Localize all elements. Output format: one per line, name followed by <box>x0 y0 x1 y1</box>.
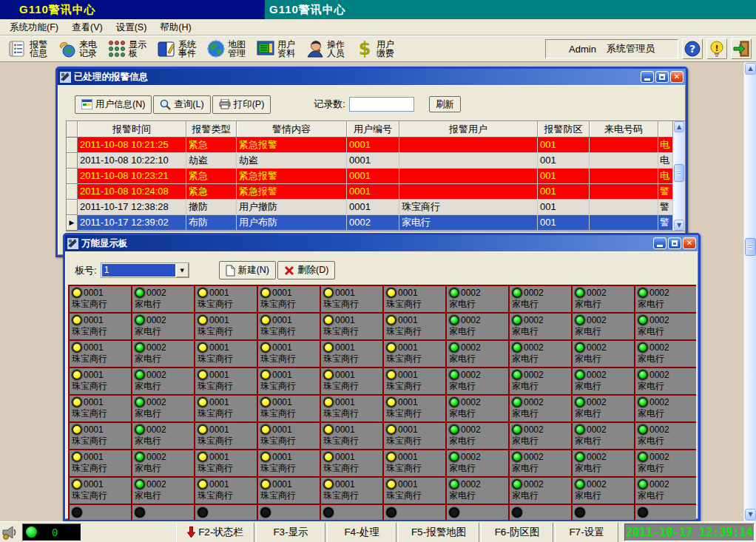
display-cell-empty[interactable] <box>447 505 510 520</box>
display-board-button[interactable]: 显示板 <box>104 38 150 60</box>
column-header[interactable]: 报警防区 <box>538 121 590 138</box>
minimize-button[interactable] <box>653 237 666 249</box>
display-cell[interactable]: 0001珠宝商行 <box>70 286 132 314</box>
workspace-scrollbar-thumb[interactable] <box>745 238 756 256</box>
display-cell-empty[interactable] <box>573 505 635 520</box>
alarm-row[interactable]: 2011-10-08 10:22:10劫盗劫盗0001001电 <box>67 153 673 169</box>
display-cell[interactable]: 0002家电行 <box>573 341 635 368</box>
display-cell[interactable]: 0002家电行 <box>635 314 696 341</box>
display-cell[interactable]: 0002家电行 <box>447 341 510 368</box>
display-cell[interactable]: 0001珠宝商行 <box>384 314 447 341</box>
display-cell[interactable]: 0001珠宝商行 <box>195 314 258 341</box>
column-header[interactable]: 用户编号 <box>347 121 399 138</box>
display-cell[interactable]: 0002家电行 <box>573 396 635 423</box>
display-cell[interactable]: 0001珠宝商行 <box>321 478 384 505</box>
query-button[interactable]: 查询(L) <box>153 95 210 114</box>
display-cell[interactable]: 0001珠宝商行 <box>195 450 258 478</box>
display-cell[interactable]: 0002家电行 <box>132 341 195 368</box>
menu-item-settings[interactable]: 设置(S) <box>109 20 154 35</box>
column-header[interactable]: 报警用户 <box>399 121 538 138</box>
display-cell[interactable]: 0001珠宝商行 <box>258 314 321 341</box>
table-scrollbar[interactable]: ▲ ▼ <box>673 121 685 231</box>
display-cell[interactable]: 0002家电行 <box>132 368 195 396</box>
display-cell[interactable]: 0001珠宝商行 <box>195 478 258 505</box>
display-cell[interactable]: 0002家电行 <box>573 286 635 314</box>
display-cell-empty[interactable] <box>132 505 195 520</box>
new-board-button[interactable]: 新建(N) <box>219 261 276 280</box>
display-cell[interactable]: 0002家电行 <box>510 450 573 478</box>
display-cell[interactable]: 0001珠宝商行 <box>195 341 258 368</box>
display-cell[interactable]: 0002家电行 <box>447 286 510 314</box>
workspace-scrollbar[interactable]: ▲ ▼ <box>743 62 756 521</box>
display-cell-empty[interactable] <box>384 505 447 520</box>
alarm-row[interactable]: 2011-10-08 10:23:21紧急紧急报警0001001电 <box>67 169 673 184</box>
alarm-row[interactable]: 2011-10-17 12:38:28撤防用户撤防0001珠宝商行001警 <box>67 200 673 215</box>
display-cell-empty[interactable] <box>258 505 321 520</box>
scroll-down-icon[interactable]: ▼ <box>674 220 684 231</box>
scroll-down-icon[interactable]: ▼ <box>745 509 756 521</box>
display-cell[interactable]: 0002家电行 <box>447 450 510 478</box>
print-button[interactable]: 打印(P) <box>212 95 271 114</box>
display-cell[interactable]: 0001珠宝商行 <box>195 396 258 423</box>
display-cell[interactable]: 0002家电行 <box>635 423 696 450</box>
display-cell[interactable]: 0002家电行 <box>132 286 195 314</box>
menu-item-help[interactable]: 帮助(H) <box>153 20 198 35</box>
display-cell[interactable]: 0001珠宝商行 <box>258 478 321 505</box>
delete-board-button[interactable]: 删除(D) <box>277 261 335 280</box>
refresh-button[interactable]: 刷新 <box>429 96 461 112</box>
display-cell[interactable]: 0002家电行 <box>447 478 510 505</box>
display-cell[interactable]: 0002家电行 <box>510 423 573 450</box>
chevron-down-icon[interactable]: ▼ <box>176 263 189 277</box>
display-cell[interactable]: 0001珠宝商行 <box>384 341 447 368</box>
help-button[interactable]: ? <box>682 38 703 59</box>
display-cell[interactable]: 0002家电行 <box>635 396 696 423</box>
scroll-up-icon[interactable]: ▲ <box>745 63 756 75</box>
display-cell[interactable]: 0002家电行 <box>573 423 635 450</box>
fkey-status-bar[interactable]: F2-状态栏 <box>176 523 254 542</box>
alarm-row[interactable]: 2011-10-08 10:24:08紧急紧急报警0001001警 <box>67 184 673 200</box>
close-button[interactable]: ✕ <box>683 237 696 249</box>
record-count-input[interactable] <box>349 97 414 112</box>
display-cell[interactable]: 0001珠宝商行 <box>384 450 447 478</box>
display-cell[interactable]: 0002家电行 <box>573 368 635 396</box>
map-manage-button[interactable]: 地图管理 <box>203 38 249 60</box>
display-cell[interactable]: 0002家电行 <box>510 478 573 505</box>
display-cell[interactable]: 0002家电行 <box>573 314 635 341</box>
user-payment-button[interactable]: $ 用户缴费 <box>351 38 398 60</box>
exit-button[interactable] <box>731 38 752 59</box>
display-cell[interactable]: 0001珠宝商行 <box>384 286 447 314</box>
display-cell[interactable]: 0001珠宝商行 <box>258 368 321 396</box>
display-cell-empty[interactable] <box>510 505 573 520</box>
display-cell[interactable]: 0002家电行 <box>510 396 573 423</box>
fkey-process[interactable]: F4-处理 <box>327 523 396 542</box>
display-cell[interactable]: 0001珠宝商行 <box>321 423 384 450</box>
display-board-titlebar[interactable]: 万能显示板 ✕ <box>65 235 698 251</box>
alarm-row[interactable]: ▶2011-10-17 12:39:02布防用户布防0002家电行001警 <box>67 215 673 231</box>
display-cell-empty[interactable] <box>195 505 258 520</box>
column-header[interactable]: 报警类型 <box>186 121 237 138</box>
display-cell[interactable]: 0002家电行 <box>510 341 573 368</box>
system-event-button[interactable]: 系统事件 <box>153 38 200 60</box>
display-cell[interactable]: 0001珠宝商行 <box>258 450 321 478</box>
maximize-button[interactable] <box>668 237 681 249</box>
menu-item-system[interactable]: 系统功能(F) <box>3 20 65 35</box>
operator-button[interactable]: 操作人员 <box>302 38 348 60</box>
display-cell[interactable]: 0002家电行 <box>635 450 696 478</box>
display-cell[interactable]: 0002家电行 <box>132 450 195 478</box>
display-cell[interactable]: 0002家电行 <box>132 314 195 341</box>
alarm-info-button[interactable]: 报警信息 <box>4 38 51 60</box>
user-info-button[interactable]: 用户信息(N) <box>75 95 152 114</box>
display-cell[interactable]: 0002家电行 <box>510 368 573 396</box>
display-cell[interactable]: 0001珠宝商行 <box>258 286 321 314</box>
display-cell-empty[interactable] <box>70 505 132 520</box>
display-cell[interactable]: 0001珠宝商行 <box>384 368 447 396</box>
display-cell[interactable]: 0001珠宝商行 <box>321 286 384 314</box>
display-cell-empty[interactable] <box>635 505 696 520</box>
display-cell[interactable]: 0001珠宝商行 <box>384 396 447 423</box>
display-cell[interactable]: 0001珠宝商行 <box>384 478 447 505</box>
user-profile-button[interactable]: 用户资料 <box>252 38 299 60</box>
display-cell[interactable]: 0001珠宝商行 <box>258 396 321 423</box>
display-cell[interactable]: 0001珠宝商行 <box>70 368 132 396</box>
display-cell[interactable]: 0001珠宝商行 <box>70 396 132 423</box>
display-cell[interactable]: 0002家电行 <box>447 314 510 341</box>
